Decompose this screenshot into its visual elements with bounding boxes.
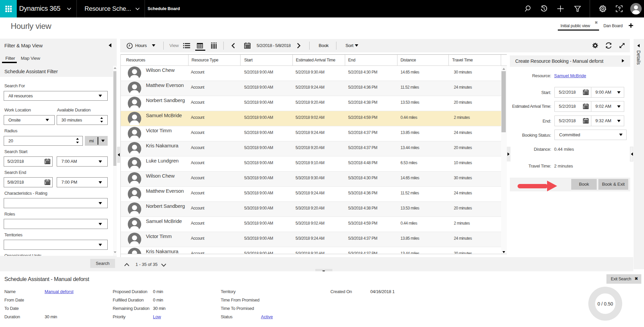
svg-text:0 / 0.50: 0 / 0.50 (597, 301, 613, 307)
